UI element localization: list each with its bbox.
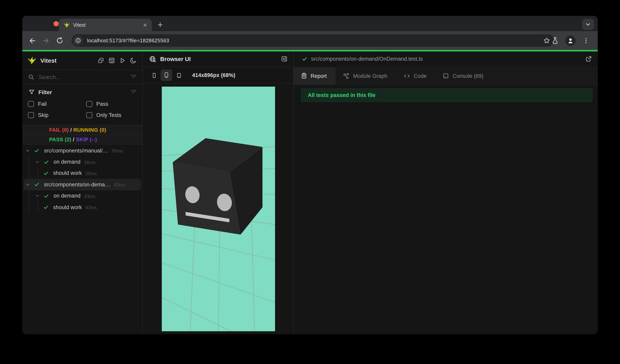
running-count: RUNNING (0) xyxy=(73,127,106,133)
screen: Vitest xyxy=(0,0,620,364)
filter-pass-label: Pass xyxy=(96,101,108,107)
run-tests-play-icon[interactable] xyxy=(119,57,126,64)
all-tests-passed-banner: All tests passed in this file xyxy=(301,88,593,102)
browser-menu-icon[interactable] xyxy=(579,34,593,47)
test-duration: 43ms xyxy=(85,205,97,210)
test-duration: 56ms xyxy=(84,160,95,165)
tab-module-graph-label: Module Graph xyxy=(353,73,387,79)
dark-mode-moon-icon[interactable] xyxy=(130,57,137,64)
checkbox-icon[interactable] xyxy=(28,101,34,107)
forward-button[interactable] xyxy=(39,34,53,47)
fail-count: FAIL (0) xyxy=(49,127,69,133)
test-file-row[interactable]: src/components/manual/… 56ms xyxy=(22,145,142,156)
vitest-ui: Vitest xyxy=(22,51,598,334)
tab-module-graph[interactable]: Module Graph xyxy=(336,67,396,84)
tab-strip: Vitest xyxy=(22,16,598,31)
test-suite-label: on demand xyxy=(54,159,80,165)
device-toolbar: 414x896px (68%) xyxy=(143,67,293,83)
test-case-row[interactable]: should work 55ms xyxy=(22,168,142,179)
device-phone-small-button[interactable] xyxy=(148,70,160,81)
separator: / xyxy=(71,136,76,143)
clear-search-filter-icon[interactable] xyxy=(130,74,137,80)
dashboard-icon[interactable] xyxy=(108,57,115,64)
back-button[interactable] xyxy=(26,34,39,47)
vitest-favicon-icon xyxy=(63,22,70,28)
checkbox-icon[interactable] xyxy=(86,101,92,107)
tested-app-canvas[interactable] xyxy=(162,87,275,331)
tab-code[interactable]: Code xyxy=(396,67,435,84)
browser-toolbar: localhost:5173/#/?file=1828625563 xyxy=(22,31,598,50)
filter-funnel-icon xyxy=(28,89,35,95)
filter-skip-checkbox[interactable]: Skip xyxy=(28,112,86,118)
check-icon xyxy=(43,204,49,210)
device-tablet-button[interactable] xyxy=(173,70,185,81)
open-external-icon[interactable] xyxy=(585,56,592,62)
collapse-windows-icon[interactable] xyxy=(97,57,104,64)
check-icon xyxy=(44,193,49,199)
check-icon xyxy=(44,159,49,165)
filter-pass-checkbox[interactable]: Pass xyxy=(86,101,142,107)
sidebar-actions xyxy=(97,57,137,64)
site-info-icon[interactable] xyxy=(73,36,83,45)
checkbox-icon[interactable] xyxy=(86,112,92,118)
test-case-label: should work xyxy=(53,170,82,176)
chevron-down-icon[interactable] xyxy=(34,159,40,164)
globe-icon xyxy=(149,56,156,63)
dock-panel-right-icon[interactable] xyxy=(281,56,287,62)
console-icon xyxy=(443,73,449,79)
browser-tab[interactable]: Vitest xyxy=(59,19,152,31)
search-icon xyxy=(28,74,34,80)
filter-section: Filter Fail Pass xyxy=(22,84,142,125)
test-tree: src/components/manual/… 56ms on demand 5… xyxy=(22,145,142,213)
test-case-row[interactable]: should work 43ms xyxy=(22,202,142,213)
test-suite-row[interactable]: on demand 43ms xyxy=(22,190,142,202)
profile-avatar[interactable] xyxy=(565,35,576,46)
module-graph-icon xyxy=(343,73,350,79)
url-bar[interactable]: localhost:5173/#/?file=1828625563 xyxy=(72,34,554,47)
filter-only-tests-label: Only Tests xyxy=(96,112,122,118)
device-phone-add-button[interactable] xyxy=(161,70,172,81)
checkbox-icon[interactable] xyxy=(28,112,34,118)
reload-button[interactable] xyxy=(53,34,66,47)
test-suite-row[interactable]: on demand 56ms xyxy=(22,156,142,168)
browser-ui-panel: Browser UI 414x896px (68%) xyxy=(143,51,293,334)
check-icon xyxy=(301,56,307,62)
sidebar-header: Vitest xyxy=(22,51,142,70)
check-icon xyxy=(34,148,40,153)
filter-fail-checkbox[interactable]: Fail xyxy=(28,101,86,107)
test-duration: 43ms xyxy=(114,183,125,187)
chevron-down-icon[interactable] xyxy=(25,148,30,153)
chevron-down-icon[interactable] xyxy=(34,193,40,199)
check-icon xyxy=(43,170,49,176)
test-duration: 43ms xyxy=(84,194,95,199)
filter-fail-label: Fail xyxy=(38,101,47,107)
check-icon xyxy=(34,182,40,187)
report-panel: src/components/on-demand/OnDemand.test.t… xyxy=(294,51,598,334)
tab-search-button[interactable] xyxy=(582,19,594,30)
filter-title: Filter xyxy=(38,89,130,95)
test-run-summary: FAIL (0) / RUNNING (0) PASS (2) / SKIP (… xyxy=(22,125,142,144)
close-window-button[interactable] xyxy=(54,21,59,26)
tab-console-label: Console (69) xyxy=(453,73,484,79)
tab-code-label: Code xyxy=(414,73,427,79)
clear-filter-icon[interactable] xyxy=(130,89,137,95)
test-duration: 55ms xyxy=(85,171,97,176)
test-explorer-sidebar: Vitest xyxy=(22,51,142,334)
filter-only-tests-checkbox[interactable]: Only Tests xyxy=(86,112,142,118)
new-tab-button[interactable] xyxy=(155,20,165,30)
browser-viewport[interactable] xyxy=(162,87,275,331)
chevron-down-icon[interactable] xyxy=(25,182,30,187)
clipboard-icon xyxy=(301,73,307,79)
skip-count: SKIP (--) xyxy=(76,136,97,143)
browser-window: Vitest xyxy=(22,16,598,334)
test-file-row-selected[interactable]: src/components/on-dema… 43ms xyxy=(24,179,141,190)
test-case-label: should work xyxy=(53,204,82,210)
close-tab-icon[interactable] xyxy=(142,22,148,28)
tab-report[interactable]: Report xyxy=(294,67,336,84)
robot-head-cube xyxy=(173,138,263,235)
search-row xyxy=(22,71,142,84)
search-input[interactable] xyxy=(38,74,130,80)
test-file-label: src/components/manual/… xyxy=(44,147,108,153)
experiments-flask-icon[interactable] xyxy=(548,34,562,47)
tab-console[interactable]: Console (69) xyxy=(435,67,492,84)
